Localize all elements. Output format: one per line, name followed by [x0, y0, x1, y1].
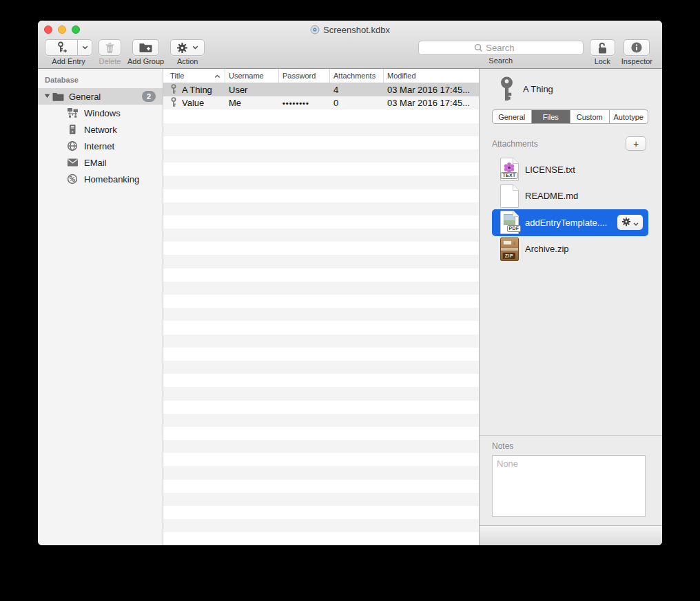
titlebar[interactable]: Screenshot.kdbx — [38, 21, 662, 39]
inspector-button[interactable] — [624, 39, 650, 56]
entry-count-badge: 2 — [142, 91, 156, 102]
delete-button[interactable] — [99, 39, 121, 56]
sidebar-item-label: General — [69, 92, 101, 102]
percent-icon — [65, 173, 79, 184]
zip-file-icon: ↓ZIP — [500, 238, 519, 261]
table-row-empty — [163, 162, 479, 176]
sidebar-item-windows[interactable]: Windows — [38, 105, 163, 121]
sidebar-item-homebanking[interactable]: Homebanking — [38, 171, 163, 187]
table-row-empty — [163, 189, 479, 202]
table-row-empty — [163, 519, 479, 532]
table-row-empty — [163, 308, 479, 321]
inspector-footer — [480, 525, 662, 545]
attachment-action-button[interactable] — [617, 215, 643, 230]
table-row-empty — [163, 282, 479, 295]
attachment-name: LICENSE.txt — [525, 165, 575, 175]
search-field[interactable] — [418, 41, 584, 55]
folder-icon — [51, 92, 65, 101]
inspector-tabs: GeneralFilesCustomAutotype — [492, 109, 648, 124]
cell-username: User — [225, 85, 279, 95]
tab-custom[interactable]: Custom — [570, 110, 610, 123]
table-row-empty — [163, 136, 479, 149]
attachment-item-readme-md[interactable]: README.md — [492, 183, 648, 210]
table-row-empty — [163, 268, 479, 282]
chevron-down-icon — [192, 45, 198, 50]
tab-autotype[interactable]: Autotype — [610, 110, 648, 123]
search-input[interactable] — [486, 43, 527, 53]
table-row-empty — [163, 374, 479, 387]
table-row-empty — [163, 176, 479, 189]
lock-label: Lock — [595, 57, 610, 65]
table-row-empty — [163, 215, 479, 229]
sidebar: Database General2WindowsNetworkInternetE… — [38, 69, 163, 545]
notes-input[interactable] — [492, 455, 646, 517]
cell-title: Value — [182, 98, 204, 108]
table-row-empty — [163, 532, 479, 545]
add-attachment-button[interactable]: + — [626, 136, 646, 151]
sort-asc-icon — [214, 72, 220, 80]
sidebar-item-general[interactable]: General2 — [38, 88, 163, 105]
add-group-item: Add Group — [127, 39, 164, 65]
sidebar-item-network[interactable]: Network — [38, 121, 163, 138]
window-title-area: Screenshot.kdbx — [38, 21, 662, 39]
text-file-icon: TEXT — [500, 158, 519, 181]
entry-header: A Thing — [480, 69, 662, 105]
table-row-empty — [163, 506, 479, 519]
table-row-empty — [163, 493, 479, 506]
sidebar-item-label: Internet — [84, 141, 114, 151]
gear-icon — [176, 42, 188, 54]
column-header-attachments[interactable]: Attachments — [330, 69, 384, 83]
table-row-empty — [163, 123, 479, 136]
attachment-name: addEntryTemplate.... — [525, 218, 607, 228]
tab-files[interactable]: Files — [532, 110, 571, 123]
table-row-a-thing[interactable]: A ThingUser403 Mar 2016 17:45... — [163, 83, 479, 96]
lock-item: Lock — [590, 39, 615, 65]
gear-icon — [621, 217, 631, 229]
attachment-item-addentrytemplate-[interactable]: PDFaddEntryTemplate.... — [492, 209, 648, 236]
column-header-modified[interactable]: Modified — [384, 69, 479, 83]
folder-plus-icon — [138, 42, 153, 53]
lock-button[interactable] — [590, 39, 615, 56]
attachment-list: TEXTLICENSE.txtREADME.mdPDFaddEntryTempl… — [492, 156, 648, 262]
chevron-down-icon — [82, 45, 88, 50]
column-header-username[interactable]: Username — [225, 69, 279, 83]
attachments-header: Attachments + — [492, 136, 646, 151]
search-icon — [474, 43, 483, 52]
column-header-title[interactable]: Title — [163, 69, 225, 83]
attachment-item-archive-zip[interactable]: ↓ZIPArchive.zip — [492, 236, 648, 263]
envelope-icon — [65, 158, 79, 167]
table-row-empty — [163, 348, 479, 361]
action-button[interactable] — [170, 39, 205, 56]
notes-label: Notes — [492, 441, 662, 451]
sidebar-item-internet[interactable]: Internet — [38, 138, 163, 154]
pdf-file-icon: PDF — [500, 211, 519, 234]
table-row-empty — [163, 295, 479, 308]
tab-general[interactable]: General — [493, 110, 532, 123]
table-row-empty — [163, 401, 479, 414]
sidebar-section-header: Database — [38, 74, 163, 88]
table-row-empty — [163, 361, 479, 374]
column-header-password[interactable]: Password — [279, 69, 330, 83]
table-row-empty — [163, 387, 479, 400]
table-row-empty — [163, 109, 479, 123]
inspector-panel: A Thing GeneralFilesCustomAutotype Attac… — [480, 69, 662, 545]
disclosure-triangle-icon[interactable] — [44, 93, 51, 100]
delete-item: Delete — [99, 39, 121, 65]
action-item: Action — [170, 39, 205, 65]
add-entry-label: Add Entry — [52, 57, 85, 65]
key-icon — [498, 76, 515, 102]
cell-username: Me — [225, 98, 279, 108]
attachment-item-license-txt[interactable]: TEXTLICENSE.txt — [492, 156, 648, 183]
cell-attachments: 0 — [330, 98, 384, 108]
table-row-empty — [163, 480, 479, 493]
add-entry-dropdown-button[interactable] — [78, 39, 92, 56]
content-area: Database General2WindowsNetworkInternetE… — [38, 69, 662, 545]
window-chrome: Screenshot.kdbx Add Entry — [38, 21, 662, 69]
add-group-button[interactable] — [132, 39, 159, 56]
sidebar-item-email[interactable]: EMail — [38, 154, 163, 171]
table-row-value[interactable]: ValueMe••••••••003 Mar 2016 17:45... — [163, 96, 479, 109]
add-entry-button[interactable] — [45, 39, 78, 56]
lock-open-icon — [596, 41, 609, 54]
search-item: Search — [418, 41, 584, 65]
table-row-empty — [163, 321, 479, 334]
